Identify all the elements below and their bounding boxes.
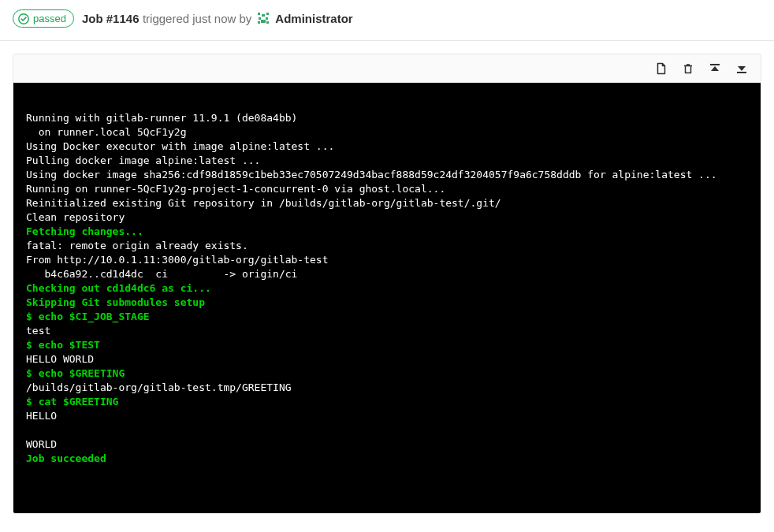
log-line: HELLO xyxy=(26,410,57,422)
check-circle-icon xyxy=(18,13,29,24)
user-identicon-icon[interactable] xyxy=(256,11,270,25)
log-line: Using docker image sha256:cdf98d1859c1be… xyxy=(26,169,717,180)
log-line: Checking out cd1d4dc6 as ci... xyxy=(26,282,211,294)
log-panel: Running with gitlab-runner 11.9.1 (de08a… xyxy=(13,54,761,514)
log-line: $ cat $GREETING xyxy=(26,396,118,407)
svg-rect-2 xyxy=(258,13,260,15)
scroll-bottom-button[interactable] xyxy=(734,61,750,76)
status-label: passed xyxy=(33,13,66,24)
log-line: Fetching changes... xyxy=(26,225,143,237)
svg-rect-9 xyxy=(266,21,269,24)
log-line: HELLO WORLD xyxy=(26,353,94,365)
svg-rect-3 xyxy=(266,13,269,15)
svg-rect-11 xyxy=(737,72,746,73)
log-line: fatal: remote origin already exists. xyxy=(26,240,248,251)
log-line: $ echo $GREETING xyxy=(26,367,125,379)
log-line: Running with gitlab-runner 11.9.1 (de08a… xyxy=(26,112,297,124)
raw-log-button[interactable] xyxy=(653,61,669,76)
log-line: Running on runner-5QcF1y2g-project-1-con… xyxy=(26,183,445,195)
log-line: Clean repository xyxy=(26,211,125,223)
scroll-top-icon xyxy=(709,62,721,75)
log-line: Reinitialized existing Git repository in… xyxy=(26,197,501,209)
user-link[interactable]: Administrator xyxy=(275,12,352,25)
trash-icon xyxy=(682,62,694,75)
scroll-top-button[interactable] xyxy=(707,61,723,76)
log-line: test xyxy=(26,325,50,337)
log-line: on runner.local 5QcF1y2g xyxy=(26,126,187,138)
svg-rect-10 xyxy=(710,64,720,65)
log-line: Pulling docker image alpine:latest ... xyxy=(26,154,260,166)
log-line: From http://10.0.1.11:3000/gitlab-org/gi… xyxy=(26,254,329,266)
status-badge[interactable]: passed xyxy=(13,9,74,28)
svg-rect-8 xyxy=(258,21,260,24)
erase-log-button[interactable] xyxy=(680,61,696,76)
job-header: passed Job #1146 triggered just now by A… xyxy=(0,0,774,41)
document-icon xyxy=(655,62,668,75)
log-line: WORLD xyxy=(26,438,57,450)
scroll-bottom-icon xyxy=(735,62,748,75)
log-line: b4c6a92..cd1d4dc ci -> origin/ci xyxy=(26,268,297,280)
job-title-block: Job #1146 triggered just now by Administ… xyxy=(82,11,353,26)
log-line: $ echo $TEST xyxy=(26,339,100,351)
svg-rect-5 xyxy=(259,17,261,20)
log-line: Skipping Git submodules setup xyxy=(26,296,205,308)
log-line: /builds/gitlab-org/gitlab-test.tmp/GREET… xyxy=(26,381,292,393)
svg-rect-7 xyxy=(261,20,266,23)
log-line: $ echo $CI_JOB_STAGE xyxy=(26,311,150,322)
log-line: Using Docker executor with image alpine:… xyxy=(26,140,334,152)
log-toolbar xyxy=(13,54,761,83)
job-title[interactable]: Job #1146 xyxy=(82,12,140,25)
svg-rect-4 xyxy=(262,14,265,17)
triggered-text: triggered just now by xyxy=(143,12,251,25)
job-log: Running with gitlab-runner 11.9.1 (de08a… xyxy=(13,83,761,513)
log-line: Job succeeded xyxy=(26,452,106,464)
svg-rect-6 xyxy=(266,17,268,20)
